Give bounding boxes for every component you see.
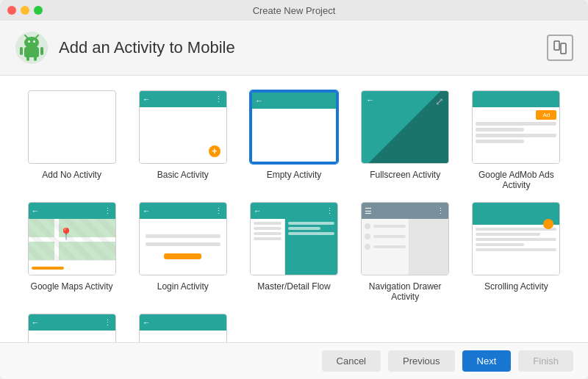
previous-button[interactable]: Previous	[388, 350, 455, 372]
activity-card-basic[interactable]: ← ⋮ + Basic Activity	[133, 90, 232, 190]
minimize-button[interactable]	[21, 6, 29, 15]
login-activity-label: Login Activity	[157, 281, 209, 292]
overflow-icon: ⋮	[215, 206, 223, 216]
empty-activity-label: Empty Activity	[267, 170, 322, 180]
svg-rect-11	[554, 41, 559, 50]
overflow-icon: ⋮	[104, 318, 112, 328]
masterdetail-activity-label: Master/Detail Flow	[257, 281, 330, 292]
back-arrow-icon: ←	[254, 206, 262, 215]
fullscreen-activity-preview: ← ⤢	[361, 90, 449, 164]
activity-card-navdrawer[interactable]: ☰ ⋮	[356, 202, 455, 302]
ad-banner: Ad	[536, 110, 556, 120]
navdrawer-activity-label: Navigation Drawer Activity	[356, 281, 455, 302]
activity-card-empty[interactable]: ← Empty Activity	[244, 90, 343, 190]
maps-activity-preview: ← ⋮ 📍	[28, 202, 116, 275]
traffic-lights	[7, 6, 43, 15]
header-title: Add an Activity to Mobile	[59, 38, 235, 57]
activity-grid: Add No Activity ← ⋮ + Basic Activity	[22, 90, 566, 342]
back-arrow-icon: ←	[143, 206, 151, 215]
masterdetail-activity-preview: ← ⋮	[250, 202, 338, 275]
back-arrow-icon: ←	[143, 95, 151, 104]
extra1-activity-preview: ← ⋮	[28, 314, 116, 342]
map-pin-icon: 📍	[59, 227, 74, 241]
admob-activity-preview: Ad	[472, 90, 560, 164]
svg-rect-12	[561, 43, 566, 54]
device-icon[interactable]	[547, 35, 573, 61]
back-arrow-icon: ←	[255, 96, 263, 105]
overflow-icon: ⋮	[215, 95, 223, 104]
activity-content: Add No Activity ← ⋮ + Basic Activity	[0, 76, 588, 342]
navdrawer-activity-preview: ☰ ⋮	[361, 202, 449, 275]
back-arrow-icon: ←	[32, 318, 40, 327]
activity-card-extra1[interactable]: ← ⋮	[22, 314, 121, 342]
fab-icon: +	[209, 145, 220, 157]
empty-activity-preview: ←	[250, 90, 338, 164]
svg-point-2	[28, 40, 30, 43]
activity-card-admob[interactable]: Ad Google AdMob Ads Activity	[467, 90, 566, 190]
activity-card-none[interactable]: Add No Activity	[22, 90, 121, 190]
extra2-activity-preview: ←	[139, 314, 227, 342]
activity-card-maps[interactable]: ← ⋮ 📍 Google Maps	[22, 202, 121, 302]
title-bar: Create New Project	[0, 0, 588, 21]
maps-activity-label: Google Maps Activity	[31, 281, 113, 292]
scrolling-activity-preview	[472, 202, 560, 275]
header-left: Add an Activity to Mobile	[15, 31, 235, 65]
svg-rect-6	[24, 47, 39, 57]
finish-button[interactable]: Finish	[518, 350, 573, 372]
back-arrow-icon: ←	[32, 206, 40, 215]
basic-activity-preview: ← ⋮ +	[139, 90, 227, 164]
svg-rect-10	[34, 56, 37, 61]
svg-rect-8	[40, 47, 43, 55]
back-arrow-icon: ←	[143, 318, 151, 327]
no-activity-preview	[28, 90, 116, 164]
android-logo-icon	[15, 31, 49, 65]
cancel-button[interactable]: Cancel	[322, 350, 381, 372]
svg-point-1	[24, 37, 39, 48]
no-activity-label: Add No Activity	[42, 170, 101, 180]
activity-card-scrolling[interactable]: Scrolling Activity	[467, 202, 566, 302]
login-activity-preview: ← ⋮	[139, 202, 227, 275]
overflow-icon: ⋮	[326, 206, 334, 216]
svg-point-3	[33, 40, 35, 43]
close-button[interactable]	[7, 6, 16, 15]
svg-rect-9	[26, 56, 29, 61]
footer: Cancel Previous Next Finish	[0, 342, 588, 379]
activity-card-extra2[interactable]: ←	[133, 314, 232, 342]
basic-activity-label: Basic Activity	[157, 170, 209, 180]
fullscreen-activity-label: Fullscreen Activity	[370, 170, 440, 180]
next-button[interactable]: Next	[462, 350, 512, 372]
back-arrow-icon: ☰	[365, 206, 372, 216]
scrolling-activity-label: Scrolling Activity	[484, 281, 548, 292]
header: Add an Activity to Mobile	[0, 21, 588, 76]
main-window: Create New Project	[0, 0, 588, 379]
overflow-icon: ⋮	[104, 206, 112, 216]
svg-rect-7	[20, 47, 23, 55]
admob-activity-label: Google AdMob Ads Activity	[467, 170, 566, 190]
activity-card-login[interactable]: ← ⋮ Login Activity	[133, 202, 232, 302]
window-title: Create New Project	[253, 5, 336, 16]
maximize-button[interactable]	[34, 6, 43, 15]
activity-card-fullscreen[interactable]: ← ⤢ Fullscreen Activity	[356, 90, 455, 190]
activity-card-masterdetail[interactable]: ← ⋮	[244, 202, 343, 302]
overflow-icon: ⋮	[437, 206, 445, 216]
